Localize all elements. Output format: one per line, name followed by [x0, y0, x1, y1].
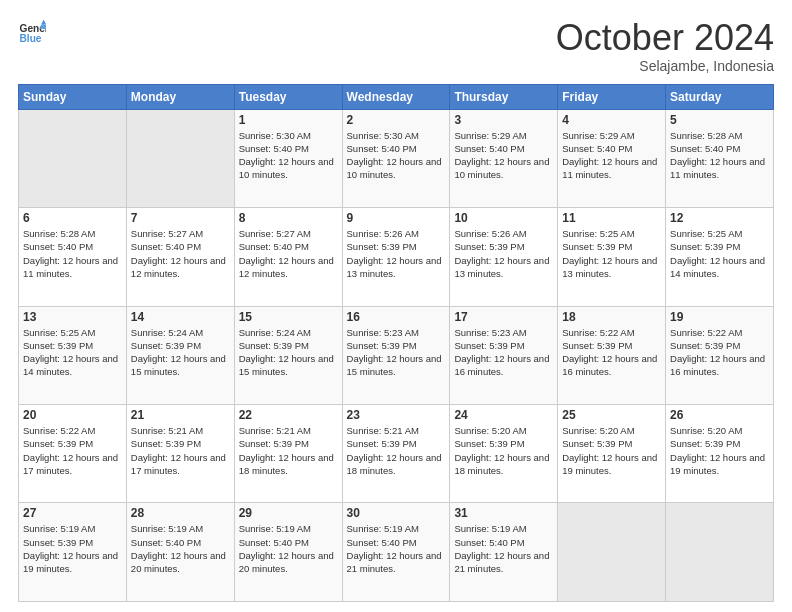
day-number: 25 [562, 408, 661, 422]
calendar-cell: 5Sunrise: 5:28 AM Sunset: 5:40 PM Daylig… [666, 109, 774, 207]
day-info: Sunrise: 5:28 AM Sunset: 5:40 PM Dayligh… [23, 227, 122, 280]
day-number: 16 [347, 310, 446, 324]
week-row-3: 20Sunrise: 5:22 AM Sunset: 5:39 PM Dayli… [19, 405, 774, 503]
calendar-cell [126, 109, 234, 207]
day-number: 14 [131, 310, 230, 324]
logo-icon: General Blue [18, 18, 46, 46]
day-info: Sunrise: 5:25 AM Sunset: 5:39 PM Dayligh… [23, 326, 122, 379]
day-info: Sunrise: 5:19 AM Sunset: 5:39 PM Dayligh… [23, 522, 122, 575]
day-info: Sunrise: 5:24 AM Sunset: 5:39 PM Dayligh… [239, 326, 338, 379]
day-info: Sunrise: 5:29 AM Sunset: 5:40 PM Dayligh… [562, 129, 661, 182]
calendar-cell: 31Sunrise: 5:19 AM Sunset: 5:40 PM Dayli… [450, 503, 558, 602]
calendar-cell [19, 109, 127, 207]
day-info: Sunrise: 5:20 AM Sunset: 5:39 PM Dayligh… [670, 424, 769, 477]
page: General Blue October 2024 Selajambe, Ind… [0, 0, 792, 612]
day-info: Sunrise: 5:30 AM Sunset: 5:40 PM Dayligh… [239, 129, 338, 182]
day-info: Sunrise: 5:30 AM Sunset: 5:40 PM Dayligh… [347, 129, 446, 182]
calendar-cell: 12Sunrise: 5:25 AM Sunset: 5:39 PM Dayli… [666, 208, 774, 306]
calendar-cell: 21Sunrise: 5:21 AM Sunset: 5:39 PM Dayli… [126, 405, 234, 503]
calendar-cell: 11Sunrise: 5:25 AM Sunset: 5:39 PM Dayli… [558, 208, 666, 306]
day-number: 6 [23, 211, 122, 225]
weekday-header-row: SundayMondayTuesdayWednesdayThursdayFrid… [19, 84, 774, 109]
day-info: Sunrise: 5:20 AM Sunset: 5:39 PM Dayligh… [562, 424, 661, 477]
calendar-cell: 24Sunrise: 5:20 AM Sunset: 5:39 PM Dayli… [450, 405, 558, 503]
day-number: 15 [239, 310, 338, 324]
day-info: Sunrise: 5:27 AM Sunset: 5:40 PM Dayligh… [131, 227, 230, 280]
calendar-cell: 20Sunrise: 5:22 AM Sunset: 5:39 PM Dayli… [19, 405, 127, 503]
weekday-header-tuesday: Tuesday [234, 84, 342, 109]
calendar-cell: 23Sunrise: 5:21 AM Sunset: 5:39 PM Dayli… [342, 405, 450, 503]
weekday-header-monday: Monday [126, 84, 234, 109]
day-number: 19 [670, 310, 769, 324]
day-number: 28 [131, 506, 230, 520]
calendar-cell: 9Sunrise: 5:26 AM Sunset: 5:39 PM Daylig… [342, 208, 450, 306]
calendar-cell: 7Sunrise: 5:27 AM Sunset: 5:40 PM Daylig… [126, 208, 234, 306]
week-row-2: 13Sunrise: 5:25 AM Sunset: 5:39 PM Dayli… [19, 306, 774, 404]
calendar-cell [666, 503, 774, 602]
calendar-cell: 13Sunrise: 5:25 AM Sunset: 5:39 PM Dayli… [19, 306, 127, 404]
calendar-cell: 30Sunrise: 5:19 AM Sunset: 5:40 PM Dayli… [342, 503, 450, 602]
day-info: Sunrise: 5:21 AM Sunset: 5:39 PM Dayligh… [131, 424, 230, 477]
day-number: 9 [347, 211, 446, 225]
calendar-cell: 22Sunrise: 5:21 AM Sunset: 5:39 PM Dayli… [234, 405, 342, 503]
day-number: 31 [454, 506, 553, 520]
day-info: Sunrise: 5:19 AM Sunset: 5:40 PM Dayligh… [239, 522, 338, 575]
weekday-header-friday: Friday [558, 84, 666, 109]
calendar-cell: 3Sunrise: 5:29 AM Sunset: 5:40 PM Daylig… [450, 109, 558, 207]
day-number: 22 [239, 408, 338, 422]
day-info: Sunrise: 5:24 AM Sunset: 5:39 PM Dayligh… [131, 326, 230, 379]
calendar-cell: 2Sunrise: 5:30 AM Sunset: 5:40 PM Daylig… [342, 109, 450, 207]
calendar-cell: 28Sunrise: 5:19 AM Sunset: 5:40 PM Dayli… [126, 503, 234, 602]
calendar-cell: 1Sunrise: 5:30 AM Sunset: 5:40 PM Daylig… [234, 109, 342, 207]
calendar-cell: 10Sunrise: 5:26 AM Sunset: 5:39 PM Dayli… [450, 208, 558, 306]
day-info: Sunrise: 5:23 AM Sunset: 5:39 PM Dayligh… [347, 326, 446, 379]
day-info: Sunrise: 5:19 AM Sunset: 5:40 PM Dayligh… [347, 522, 446, 575]
calendar-cell: 29Sunrise: 5:19 AM Sunset: 5:40 PM Dayli… [234, 503, 342, 602]
day-info: Sunrise: 5:19 AM Sunset: 5:40 PM Dayligh… [454, 522, 553, 575]
day-number: 23 [347, 408, 446, 422]
day-number: 2 [347, 113, 446, 127]
calendar-cell [558, 503, 666, 602]
day-info: Sunrise: 5:25 AM Sunset: 5:39 PM Dayligh… [562, 227, 661, 280]
day-info: Sunrise: 5:26 AM Sunset: 5:39 PM Dayligh… [347, 227, 446, 280]
svg-marker-2 [41, 20, 46, 25]
day-number: 17 [454, 310, 553, 324]
day-number: 7 [131, 211, 230, 225]
day-number: 8 [239, 211, 338, 225]
weekday-header-sunday: Sunday [19, 84, 127, 109]
day-info: Sunrise: 5:27 AM Sunset: 5:40 PM Dayligh… [239, 227, 338, 280]
calendar-table: SundayMondayTuesdayWednesdayThursdayFrid… [18, 84, 774, 602]
day-number: 21 [131, 408, 230, 422]
day-info: Sunrise: 5:28 AM Sunset: 5:40 PM Dayligh… [670, 129, 769, 182]
header: General Blue October 2024 Selajambe, Ind… [18, 18, 774, 74]
day-number: 30 [347, 506, 446, 520]
day-info: Sunrise: 5:22 AM Sunset: 5:39 PM Dayligh… [562, 326, 661, 379]
day-info: Sunrise: 5:29 AM Sunset: 5:40 PM Dayligh… [454, 129, 553, 182]
weekday-header-wednesday: Wednesday [342, 84, 450, 109]
logo: General Blue [18, 18, 46, 46]
day-number: 26 [670, 408, 769, 422]
day-info: Sunrise: 5:19 AM Sunset: 5:40 PM Dayligh… [131, 522, 230, 575]
day-number: 20 [23, 408, 122, 422]
calendar-cell: 26Sunrise: 5:20 AM Sunset: 5:39 PM Dayli… [666, 405, 774, 503]
day-info: Sunrise: 5:20 AM Sunset: 5:39 PM Dayligh… [454, 424, 553, 477]
weekday-header-thursday: Thursday [450, 84, 558, 109]
day-info: Sunrise: 5:22 AM Sunset: 5:39 PM Dayligh… [23, 424, 122, 477]
day-number: 24 [454, 408, 553, 422]
week-row-4: 27Sunrise: 5:19 AM Sunset: 5:39 PM Dayli… [19, 503, 774, 602]
day-number: 29 [239, 506, 338, 520]
day-info: Sunrise: 5:23 AM Sunset: 5:39 PM Dayligh… [454, 326, 553, 379]
day-info: Sunrise: 5:22 AM Sunset: 5:39 PM Dayligh… [670, 326, 769, 379]
day-number: 27 [23, 506, 122, 520]
calendar-cell: 16Sunrise: 5:23 AM Sunset: 5:39 PM Dayli… [342, 306, 450, 404]
calendar-cell: 8Sunrise: 5:27 AM Sunset: 5:40 PM Daylig… [234, 208, 342, 306]
calendar-cell: 17Sunrise: 5:23 AM Sunset: 5:39 PM Dayli… [450, 306, 558, 404]
day-number: 10 [454, 211, 553, 225]
day-info: Sunrise: 5:26 AM Sunset: 5:39 PM Dayligh… [454, 227, 553, 280]
day-number: 11 [562, 211, 661, 225]
month-title: October 2024 [556, 18, 774, 58]
day-info: Sunrise: 5:21 AM Sunset: 5:39 PM Dayligh… [347, 424, 446, 477]
calendar-cell: 18Sunrise: 5:22 AM Sunset: 5:39 PM Dayli… [558, 306, 666, 404]
calendar-cell: 19Sunrise: 5:22 AM Sunset: 5:39 PM Dayli… [666, 306, 774, 404]
day-number: 3 [454, 113, 553, 127]
